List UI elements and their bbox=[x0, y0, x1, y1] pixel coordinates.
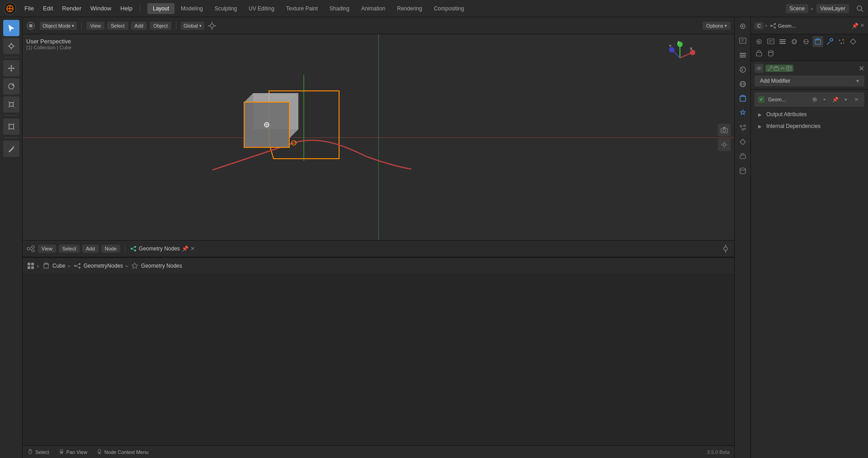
panel-close-icon[interactable]: ✕ bbox=[860, 23, 864, 28]
menu-help[interactable]: Help bbox=[117, 3, 136, 14]
tool-annotate[interactable] bbox=[3, 141, 19, 157]
center-area: Object Mode View Select Add Object Globa… bbox=[23, 17, 734, 458]
constraints-icon[interactable] bbox=[736, 150, 749, 163]
svg-point-6 bbox=[9, 44, 13, 48]
output-props-tab[interactable] bbox=[765, 36, 776, 47]
object-menu[interactable]: Object bbox=[150, 22, 171, 30]
select-menu[interactable]: Select bbox=[107, 22, 128, 30]
add-menu[interactable]: Add bbox=[131, 22, 147, 30]
breadcrumb-cube[interactable]: Cube bbox=[52, 263, 66, 269]
transform-global-dropdown[interactable]: Global bbox=[181, 22, 204, 30]
physics-icon[interactable] bbox=[736, 136, 749, 148]
3d-viewport[interactable]: User Perspective (1) Collection | Cube X… bbox=[23, 34, 734, 240]
breadcrumb-geometry-nodes[interactable]: GeometryNodes bbox=[84, 263, 123, 269]
scene-props-icon[interactable] bbox=[736, 63, 749, 76]
menu-edit[interactable]: Edit bbox=[39, 3, 57, 14]
editor-type-close-icon[interactable]: ✕ bbox=[190, 246, 195, 252]
node-select-menu[interactable]: Select bbox=[59, 245, 80, 253]
scene-selector[interactable]: Scene bbox=[786, 4, 808, 13]
object-mode-dropdown[interactable]: Object Mode bbox=[40, 22, 77, 30]
physics-tab[interactable] bbox=[848, 36, 859, 47]
view-layer-icon[interactable] bbox=[736, 49, 749, 61]
svg-point-117 bbox=[839, 40, 840, 41]
node-editor-canvas[interactable]: Object Info Location Rotation Scale bbox=[23, 274, 734, 445]
options-button[interactable]: Options bbox=[703, 22, 731, 30]
panel-icon-bar bbox=[751, 34, 868, 61]
data-props-tab[interactable] bbox=[765, 48, 776, 59]
object-props-icon[interactable] bbox=[736, 92, 749, 105]
render-props-tab[interactable] bbox=[754, 36, 764, 47]
tool-rotate[interactable] bbox=[3, 78, 19, 94]
tool-move[interactable] bbox=[3, 60, 19, 76]
modifier-close-x[interactable]: ✕ bbox=[859, 64, 864, 73]
modifier-close-btn[interactable]: ✕ bbox=[852, 95, 861, 104]
ws-tab-layout[interactable]: Layout bbox=[147, 3, 175, 14]
ws-tab-compositing[interactable]: Compositing bbox=[429, 3, 470, 14]
add-modifier-button[interactable]: Add Modifier ▾ bbox=[755, 76, 864, 86]
node-snap-icon[interactable] bbox=[721, 244, 731, 254]
world-props-tab[interactable] bbox=[801, 36, 811, 47]
tool-cursor[interactable] bbox=[3, 38, 19, 54]
particles-tab[interactable] bbox=[836, 36, 847, 47]
modifier-eye-icon[interactable] bbox=[755, 64, 764, 73]
node-node-menu[interactable]: Node bbox=[101, 245, 120, 253]
viewport-gizmo[interactable]: X Y Z bbox=[662, 40, 698, 76]
internal-dependencies-row[interactable]: ▶ Internal Dependencies bbox=[755, 120, 864, 132]
ws-tab-modeling[interactable]: Modeling bbox=[175, 3, 208, 14]
panel-geom-label[interactable]: Geom... bbox=[778, 23, 796, 28]
menu-render[interactable]: Render bbox=[58, 3, 85, 14]
sun-icon[interactable] bbox=[718, 138, 731, 151]
main-content: Object Mode View Select Add Object Globa… bbox=[0, 17, 868, 458]
ws-tab-sculpting[interactable]: Sculpting bbox=[209, 3, 242, 14]
menu-window[interactable]: Window bbox=[87, 3, 115, 14]
svg-marker-91 bbox=[740, 95, 745, 96]
output-attributes-row[interactable]: ▶ Output Attributes bbox=[755, 109, 864, 120]
modifier-check-mark: ✓ bbox=[760, 97, 763, 102]
search-icon[interactable] bbox=[855, 4, 864, 13]
ws-tab-animation[interactable]: Animation bbox=[356, 3, 391, 14]
breadcrumb-geometry-nodes-2[interactable]: Geometry Nodes bbox=[141, 263, 182, 269]
tool-transform[interactable] bbox=[3, 118, 19, 135]
modifier-props-icon[interactable] bbox=[736, 107, 749, 119]
data-icon[interactable] bbox=[736, 165, 749, 177]
node-view-menu[interactable]: View bbox=[38, 245, 56, 253]
ws-tab-rendering[interactable]: Rendering bbox=[392, 3, 427, 14]
panel-c-label[interactable]: C bbox=[755, 22, 764, 29]
ws-tab-uv-editing[interactable]: UV Editing bbox=[243, 3, 280, 14]
panel-pin-icon[interactable]: 📌 bbox=[852, 23, 859, 29]
snap-icon[interactable] bbox=[207, 21, 217, 31]
panel-header: C ▸ Geom... 📌 ✕ bbox=[751, 17, 868, 34]
object-props-tab[interactable] bbox=[812, 36, 823, 47]
modifier-realtime-icon[interactable] bbox=[810, 95, 819, 104]
constraints-tab[interactable] bbox=[754, 48, 764, 59]
tool-scale[interactable] bbox=[3, 96, 19, 113]
view-layer-props-tab[interactable] bbox=[777, 36, 788, 47]
view-layer-selector[interactable]: ViewLayer bbox=[816, 4, 849, 13]
status-bar: Select Pan View Node Context Menu 3.5.0 … bbox=[23, 445, 734, 458]
svg-point-94 bbox=[742, 128, 744, 130]
modifier-render-icon[interactable] bbox=[821, 95, 830, 104]
menu-file[interactable]: File bbox=[21, 3, 38, 14]
svg-point-116 bbox=[830, 38, 833, 41]
tool-select[interactable] bbox=[3, 20, 19, 36]
camera-icon[interactable] bbox=[718, 124, 731, 137]
ws-tab-texture-paint[interactable]: Texture Paint bbox=[281, 3, 323, 14]
svg-line-72 bbox=[76, 266, 79, 267]
view-menu[interactable]: View bbox=[86, 22, 104, 30]
svg-point-118 bbox=[843, 39, 844, 41]
internal-deps-arrow: ▶ bbox=[758, 124, 762, 129]
editor-type-pin-icon[interactable]: 📌 bbox=[182, 246, 189, 252]
svg-text:Z: Z bbox=[677, 40, 679, 44]
editor-type-selector[interactable]: Geometry Nodes 📌 ✕ bbox=[130, 245, 195, 252]
scene-props-tab[interactable] bbox=[789, 36, 800, 47]
modifier-menu-icon[interactable]: ▾ bbox=[841, 95, 850, 104]
render-icon[interactable] bbox=[736, 20, 749, 33]
output-icon[interactable] bbox=[736, 34, 749, 47]
modifier-wrench-tab[interactable] bbox=[824, 36, 835, 47]
node-add-menu[interactable]: Add bbox=[82, 245, 99, 253]
ws-tab-shading[interactable]: Shading bbox=[324, 3, 355, 14]
modifier-pin-btn[interactable]: 📌 bbox=[831, 95, 840, 104]
world-props-icon[interactable] bbox=[736, 78, 749, 90]
particles-icon[interactable] bbox=[736, 121, 749, 134]
modifier-check-icon[interactable]: ✓ bbox=[758, 96, 764, 103]
